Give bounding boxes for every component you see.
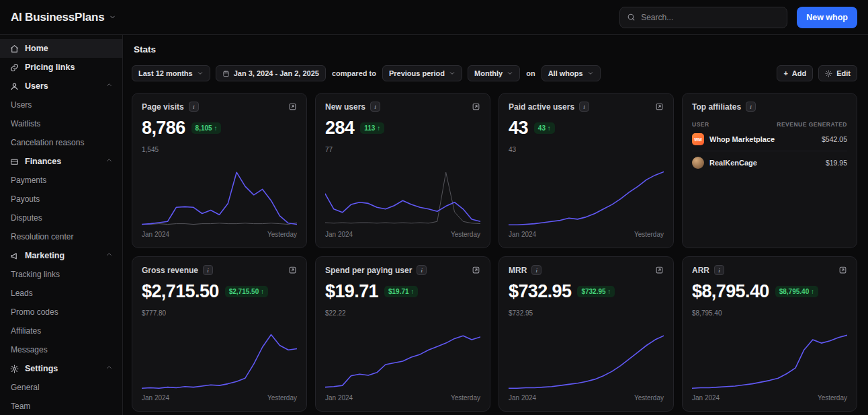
sidebar-item-tracking-links[interactable]: Tracking links	[0, 265, 122, 284]
chevron-up-icon	[105, 157, 113, 166]
line-chart	[692, 331, 847, 391]
sidebar-item-waitlists[interactable]: Waitlists	[0, 114, 122, 133]
chevron-down-icon	[449, 70, 455, 77]
x-axis-end: Yesterday	[634, 394, 664, 402]
info-icon[interactable]: i	[579, 102, 589, 112]
calendar-icon	[222, 70, 230, 77]
sidebar-group-settings[interactable]: Settings	[0, 359, 122, 378]
sidebar-item-affiliates[interactable]: Affiliates	[0, 322, 122, 340]
info-icon[interactable]: i	[746, 102, 756, 112]
search-box[interactable]	[619, 7, 787, 28]
date-range-dropdown[interactable]: Last 12 months	[132, 65, 210, 81]
sidebar-group-users[interactable]: Users	[0, 77, 122, 96]
expand-icon[interactable]	[838, 266, 847, 274]
chart-max-label: $22.22	[325, 309, 480, 317]
users-icon	[9, 82, 19, 91]
whop-scope-dropdown[interactable]: All whops	[541, 65, 601, 81]
card-title: MRR	[509, 266, 527, 275]
date-picker[interactable]: Jan 3, 2024 - Jan 2, 2025	[216, 65, 326, 81]
date-range-value: Jan 3, 2024 - Jan 2, 2025	[234, 69, 319, 77]
expand-icon[interactable]	[288, 266, 297, 274]
sidebar-item-messages[interactable]: Messages	[0, 340, 122, 359]
avatar: WM	[692, 133, 704, 145]
affiliate-revenue: $19.95	[826, 159, 847, 167]
sidebar-item-label: Promo codes	[11, 307, 58, 317]
line-chart	[325, 331, 480, 391]
x-axis-end: Yesterday	[818, 394, 847, 402]
avatar	[692, 157, 704, 169]
new-whop-button[interactable]: New whop	[797, 7, 857, 28]
sidebar-item-label: Cancelation reasons	[11, 138, 84, 147]
workspace-switcher[interactable]: AI BusinessPlans	[11, 11, 116, 24]
x-axis-end: Yesterday	[451, 394, 480, 402]
compare-dropdown[interactable]: Previous period	[382, 65, 462, 81]
sidebar-item-resolution-center[interactable]: Resolution center	[0, 227, 122, 246]
metric-value: 8,786	[142, 118, 185, 139]
x-axis-start: Jan 2024	[692, 394, 720, 402]
dropdown-value: All whops	[548, 69, 583, 77]
sidebar-item-payouts[interactable]: Payouts	[0, 190, 122, 209]
sidebar-item-home[interactable]: Home	[0, 39, 122, 58]
line-chart	[325, 167, 480, 228]
expand-icon[interactable]	[655, 102, 664, 111]
card-title: Gross revenue	[142, 266, 198, 275]
affiliate-row[interactable]: RealKenCage $19.95	[692, 151, 847, 174]
chart-max-label: 1,545	[142, 146, 297, 153]
card-title: Paid active users	[509, 102, 574, 112]
chevron-up-icon	[105, 81, 113, 91]
sidebar-group-label: Users	[25, 81, 48, 91]
granularity-dropdown[interactable]: Monthly	[468, 65, 520, 81]
search-input[interactable]	[641, 13, 780, 22]
stat-card-new-users: New users i 284 113 ↑ 77 Jan 2024 Yester…	[315, 93, 490, 248]
line-chart	[142, 167, 297, 228]
trend-badge: 113 ↑	[360, 122, 384, 134]
sidebar-item-users[interactable]: Users	[0, 96, 122, 114]
card-title: Top affiliates	[692, 102, 741, 112]
sidebar-item-cancelation-reasons[interactable]: Cancelation reasons	[0, 133, 122, 152]
info-icon[interactable]: i	[370, 102, 380, 112]
stat-card-page-visits: Page visits i 8,786 8,105 ↑ 1,545 Jan 20…	[132, 93, 307, 248]
chart-max-label: $8,795.40	[692, 309, 847, 317]
sidebar-item-pricing-links[interactable]: Pricing links	[0, 58, 122, 77]
x-axis-start: Jan 2024	[325, 394, 353, 402]
expand-icon[interactable]	[288, 102, 297, 111]
x-axis-start: Jan 2024	[142, 394, 169, 402]
edit-button[interactable]: Edit	[818, 65, 857, 81]
sidebar-group-finances[interactable]: Finances	[0, 152, 122, 171]
info-icon[interactable]: i	[189, 102, 199, 112]
expand-icon[interactable]	[472, 102, 480, 111]
sidebar-group-label: Settings	[25, 364, 58, 373]
sidebar-item-label: Home	[25, 44, 48, 53]
sidebar-item-general[interactable]: General	[0, 378, 122, 397]
trend-badge: $2,715.50 ↑	[225, 286, 268, 297]
workspace-title: AI BusinessPlans	[11, 11, 104, 24]
line-chart	[142, 331, 297, 391]
sidebar-item-label: General	[11, 383, 40, 392]
info-icon[interactable]: i	[417, 265, 427, 275]
expand-icon[interactable]	[472, 266, 480, 274]
sidebar-item-payments[interactable]: Payments	[0, 171, 122, 190]
info-icon[interactable]: i	[531, 265, 541, 275]
x-axis-start: Jan 2024	[325, 231, 353, 238]
metric-value: $19.71	[325, 281, 378, 302]
affiliate-row[interactable]: WM Whop Marketplace $542.05	[692, 128, 847, 151]
expand-icon[interactable]	[655, 266, 664, 274]
info-icon[interactable]: i	[714, 265, 724, 275]
x-axis-end: Yesterday	[634, 231, 664, 238]
topbar: AI BusinessPlans New whop	[0, 0, 868, 35]
sidebar-group-marketing[interactable]: Marketing	[0, 246, 122, 265]
stat-card-spend-per-paying-user: Spend per paying user i $19.71 $19.71 ↑ …	[315, 256, 490, 412]
info-icon[interactable]: i	[203, 265, 213, 275]
card-title: ARR	[692, 266, 709, 275]
sidebar-item-label: Pricing links	[25, 63, 75, 72]
chevron-down-icon	[197, 70, 204, 77]
add-button[interactable]: + Add	[777, 65, 813, 81]
sidebar-item-label: Users	[11, 100, 32, 110]
sidebar-item-disputes[interactable]: Disputes	[0, 209, 122, 227]
sidebar-item-team[interactable]: Team	[0, 397, 122, 415]
gear-icon	[825, 70, 832, 77]
sidebar-item-promo-codes[interactable]: Promo codes	[0, 303, 122, 322]
sidebar-item-label: Messages	[11, 345, 48, 354]
sidebar-item-label: Resolution center	[11, 232, 73, 241]
sidebar-item-leads[interactable]: Leads	[0, 284, 122, 303]
